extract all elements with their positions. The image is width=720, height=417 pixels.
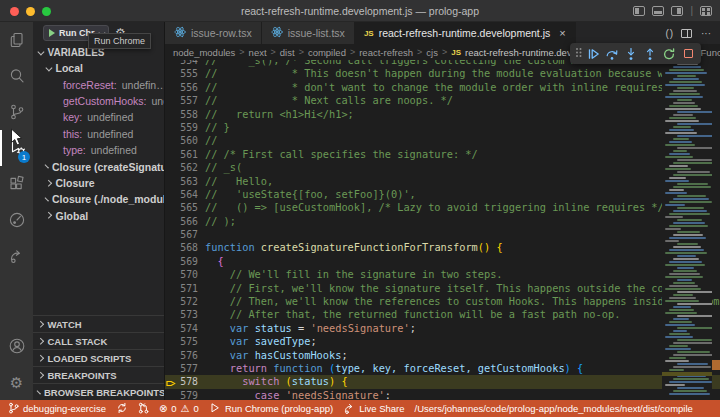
live-share-status[interactable]: Live Share (343, 402, 404, 416)
search-icon[interactable] (0, 58, 33, 94)
file-path-status[interactable]: /Users/johannes/code/prolog-app/node_mod… (415, 403, 693, 414)
line-number[interactable]: 572 (165, 295, 198, 308)
account-icon[interactable] (0, 328, 33, 364)
code-line[interactable]: 571 // First, we'll know the signature i… (165, 282, 720, 295)
customize-layout-icon[interactable] (700, 6, 712, 16)
extensions-icon[interactable] (0, 166, 33, 202)
code-line[interactable]: 572 // Then, we'll know the references t… (165, 295, 720, 308)
line-number[interactable]: 573 (165, 308, 198, 321)
breadcrumb-item[interactable]: react-refresh (359, 47, 413, 58)
line-number[interactable]: 560 (165, 134, 198, 147)
line-number[interactable]: 575 (165, 335, 198, 348)
code-line[interactable]: 570 // We'll fill in the signature in tw… (165, 268, 720, 281)
tab-issue-row-tsx[interactable]: issue-row.tsx (165, 22, 262, 44)
continue-button[interactable] (585, 46, 601, 62)
stop-button[interactable] (680, 46, 696, 62)
code-line[interactable]: 561// /* First call specifies the signat… (165, 148, 720, 161)
start-debug-icon[interactable] (49, 29, 55, 37)
variable-row[interactable]: this:undefined (33, 126, 164, 142)
close-tab-icon[interactable]: × (559, 27, 565, 39)
variable-row[interactable]: forceReset:undefin… (33, 76, 164, 92)
code-line[interactable]: 563// Hello, (165, 175, 720, 188)
run-chrome-status[interactable]: Run Chrome (prolog-app) (209, 402, 333, 416)
breadcrumb-item[interactable]: node_modules (173, 47, 235, 58)
variables-scope-global[interactable]: Global (33, 208, 164, 224)
code-line[interactable]: 555// * This doesn't happen during the m… (165, 67, 720, 80)
line-number[interactable]: 578 (165, 375, 198, 388)
split-editor-icon[interactable] (681, 29, 692, 38)
variable-row[interactable]: getCustomHooks:und… (33, 93, 164, 109)
variables-scope-closure[interactable]: Closure (33, 175, 164, 191)
pane-header-breakpoints[interactable]: BREAKPOINTS (33, 366, 164, 383)
code-line[interactable]: 566// ); (165, 215, 720, 228)
code-editor[interactable]: 554// _s(); /* Second call triggers coll… (165, 60, 720, 400)
line-number[interactable]: 561 (165, 148, 198, 161)
code-line[interactable]: 556// * don't want to change the module … (165, 81, 720, 94)
code-line[interactable]: 569 { (165, 255, 720, 268)
line-number[interactable]: 576 (165, 349, 198, 362)
line-number[interactable]: 558 (165, 108, 198, 121)
tab-issue-list-tsx[interactable]: issue-list.tsx (262, 22, 355, 44)
minimize-window-icon[interactable] (26, 7, 35, 16)
zoom-window-icon[interactable] (42, 7, 51, 16)
live-share-icon[interactable] (0, 238, 33, 274)
breadcrumb-item[interactable]: next (249, 47, 267, 58)
code-line[interactable]: 578 switch (status) { (165, 375, 720, 388)
code-line[interactable]: 579 case 'needsSignature': (165, 389, 720, 400)
step-out-button[interactable] (642, 46, 658, 62)
code-line[interactable]: 573 // After that, the returned function… (165, 308, 720, 321)
more-actions-icon[interactable]: ··· (701, 28, 711, 39)
line-number[interactable]: 554 (165, 60, 198, 67)
line-number[interactable]: 562 (165, 161, 198, 174)
pane-header-call-stack[interactable]: CALL STACK (33, 332, 164, 349)
line-number[interactable]: 556 (165, 81, 198, 94)
gauge-icon[interactable] (0, 202, 33, 238)
line-number[interactable]: 557 (165, 94, 198, 107)
brackets-icon[interactable]: ( ) (666, 28, 672, 39)
code-line[interactable]: 575 var savedType; (165, 335, 720, 348)
line-number[interactable]: 577 (165, 362, 198, 375)
toggle-panel-icon[interactable] (652, 6, 664, 16)
problems-status[interactable]: ⊗0⚠0 (159, 403, 199, 414)
pane-header-watch[interactable]: WATCH (33, 315, 164, 332)
settings-gear-icon[interactable]: ⚙ (0, 364, 33, 400)
code-line[interactable]: 557// * Next calls are noops. */ (165, 94, 720, 107)
code-line[interactable]: 562// _s( (165, 161, 720, 174)
code-line[interactable]: 558// return <h1>Hi</h1>; (165, 108, 720, 121)
code-line[interactable]: 567 (165, 228, 720, 241)
branch-status[interactable]: debugging-exercise (8, 402, 106, 416)
toolbar-drag-handle-icon[interactable] (575, 45, 582, 63)
minimap[interactable] (662, 60, 712, 400)
line-number[interactable]: 571 (165, 282, 198, 295)
code-line[interactable]: 565// () => [useCustomHook], /* Lazy to … (165, 201, 720, 214)
line-number[interactable]: 569 (165, 255, 198, 268)
breadcrumb-item[interactable]: compiled (308, 47, 346, 58)
step-over-button[interactable] (604, 46, 620, 62)
variable-row[interactable]: type:undefined (33, 142, 164, 158)
code-line[interactable]: 577 return function (type, key, forceRes… (165, 362, 720, 375)
pane-header-browser-breakpoints[interactable]: BROWSER BREAKPOINTS (33, 383, 164, 400)
line-number[interactable]: 566 (165, 215, 198, 228)
line-number[interactable]: 579 (165, 389, 198, 400)
toggle-secondary-sidebar-icon[interactable] (671, 6, 683, 16)
line-number[interactable]: 563 (165, 175, 198, 188)
code-line[interactable]: 574 var status = 'needsSignature'; (165, 322, 720, 335)
variables-scope-local[interactable]: Local (33, 60, 164, 76)
variables-scope-closure-createsignature[interactable]: Closure (createSignature (33, 158, 164, 174)
close-window-icon[interactable] (10, 7, 19, 16)
line-number[interactable]: 559 (165, 121, 198, 134)
variable-row[interactable]: key:undefined (33, 109, 164, 125)
pane-header-loaded-scripts[interactable]: LOADED SCRIPTS (33, 349, 164, 366)
breadcrumb-item[interactable]: cjs (426, 47, 438, 58)
line-number[interactable]: 570 (165, 268, 198, 281)
line-number[interactable]: 574 (165, 322, 198, 335)
code-line[interactable]: 576 var hasCustomHooks; (165, 349, 720, 362)
restart-button[interactable] (661, 46, 677, 62)
code-line[interactable]: 564// 'useState{[foo, setFoo]}(0)', (165, 188, 720, 201)
code-line[interactable]: 568function createSignatureFunctionForTr… (165, 241, 720, 254)
tab-react-refresh-runtime-development-js[interactable]: JSreact-refresh-runtime.development.js× (355, 22, 576, 44)
explorer-icon[interactable] (0, 22, 33, 58)
code-line[interactable]: 559// } (165, 121, 720, 134)
line-number[interactable]: 567 (165, 228, 198, 241)
line-number[interactable]: 555 (165, 67, 198, 80)
